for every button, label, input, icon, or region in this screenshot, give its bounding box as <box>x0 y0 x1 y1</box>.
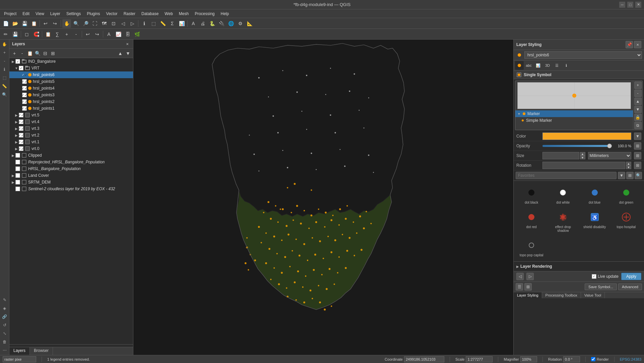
toolbox-node[interactable]: ◈ <box>1 304 9 312</box>
undo-button[interactable]: ↩ <box>41 19 50 28</box>
symbol-cell-dot-red[interactable]: dot red <box>516 208 546 235</box>
checkbox-land-cover[interactable] <box>15 173 20 178</box>
diagram-button[interactable]: 📈 <box>114 30 123 39</box>
symbol-grid-view-button[interactable]: ⊞ <box>524 283 532 291</box>
layer-item-vrt5[interactable]: ▶ ✓ vrt.5 <box>9 112 133 118</box>
symbol-cell-dot-black[interactable]: dot black <box>516 184 546 207</box>
pan-map-button[interactable]: ✋ <box>62 19 71 28</box>
layer-item-hrsl4[interactable]: ✓ hrsl_points4 <box>9 85 133 92</box>
labels-tab-button[interactable]: abc <box>524 61 533 70</box>
checkbox-vrt4[interactable]: ✓ <box>19 119 23 124</box>
remove-symbol-layer-button[interactable]: - <box>634 90 642 97</box>
tab-browser[interactable]: Browser <box>30 347 53 355</box>
menu-project[interactable]: Project <box>1 11 19 17</box>
checkbox-sentinel[interactable] <box>15 187 20 191</box>
zoom-layer-button[interactable]: 🗺 <box>100 19 109 28</box>
3d-tab-button[interactable]: 3D <box>543 61 552 70</box>
menu-web[interactable]: Web <box>162 11 175 17</box>
measure-button[interactable]: 📏 <box>158 19 167 28</box>
menu-vector[interactable]: Vector <box>104 11 120 17</box>
layer-item-vrt4[interactable]: ▶ ✓ vrt.4 <box>9 118 133 125</box>
zoom-full-button[interactable]: ⛶ <box>90 19 99 28</box>
toolbox-scale[interactable]: ⤡ <box>1 329 9 338</box>
symbol-zoom-button[interactable]: 🔍 <box>635 172 642 179</box>
symbology-tab-button[interactable] <box>515 61 524 70</box>
toolbox-delete[interactable]: 🗑 <box>1 338 9 346</box>
layer-item-vrt[interactable]: ▼ VRT <box>9 65 133 71</box>
expand-all-button[interactable]: ⊞ <box>49 50 57 57</box>
tab-layers[interactable]: Layers <box>9 347 30 355</box>
checkbox-hrsl3[interactable]: ✓ <box>22 93 27 97</box>
layer-item-sentinel[interactable]: Sentinel-2 cloudless layer for 2019 by E… <box>9 186 133 192</box>
symbol-cell-dot-green[interactable]: dot green <box>611 184 641 207</box>
symbol-cell-topo-pop-capital[interactable]: topo pop capital <box>516 236 546 259</box>
menu-mesh[interactable]: Mesh <box>176 11 191 17</box>
advanced-button[interactable]: Advanced <box>618 283 642 290</box>
attribute-table-button[interactable]: 📋 <box>44 30 52 39</box>
checkbox-reprojected[interactable] <box>15 160 20 164</box>
layer-item-vrt0[interactable]: ▶ ✓ vrt.0 <box>9 145 133 152</box>
size-data-defined-button[interactable]: ⊞ <box>634 152 641 159</box>
scale-input[interactable] <box>466 356 493 362</box>
render-checkbox[interactable] <box>591 357 595 361</box>
map-area[interactable] <box>133 40 513 355</box>
layer-rendering-header[interactable]: ▶ Layer Rendering <box>516 263 641 270</box>
checkbox-hrsl-bangalore[interactable] <box>15 166 20 171</box>
field-calc-button[interactable]: ∑ <box>53 30 62 39</box>
rotation-input[interactable] <box>563 356 580 362</box>
toolbox-digitize[interactable]: ✎ <box>1 296 9 304</box>
new-project-button[interactable]: 📄 <box>1 19 10 28</box>
layer-item-clipped[interactable]: ▶ Clipped <box>9 152 133 159</box>
toolbox-measure[interactable]: 📏 <box>1 82 9 90</box>
zoom-out-button[interactable]: 🔎 <box>81 19 90 28</box>
toolbox-pan[interactable]: ✋ <box>1 40 9 48</box>
remove-layer-button[interactable]: - <box>18 50 26 57</box>
diagrams-tab-button[interactable]: 📊 <box>534 61 542 70</box>
plugin-button[interactable]: 🔌 <box>217 19 226 28</box>
size-unit-select[interactable]: Millimeters <box>588 152 632 159</box>
move-up-button[interactable]: ▲ <box>117 50 124 57</box>
save-as-button[interactable]: 📋 <box>29 19 38 28</box>
redo-button[interactable]: ↪ <box>51 19 59 28</box>
menu-edit[interactable]: Edit <box>20 11 32 17</box>
lock-symbol-button[interactable]: 🔒 <box>634 114 642 121</box>
fields-tab-button[interactable]: ☰ <box>553 61 561 70</box>
print-button[interactable]: 🖨 <box>198 19 207 28</box>
add-layer-button[interactable]: + <box>11 50 18 57</box>
layer-item-hrsl-bangalore[interactable]: HRSL_Bangalore_Population <box>9 165 133 172</box>
menu-view[interactable]: View <box>33 11 47 17</box>
menu-database[interactable]: Database <box>139 11 161 17</box>
metadata-tab-button[interactable]: ℹ <box>562 61 571 70</box>
checkbox-vrt[interactable] <box>19 66 23 70</box>
symbol-cell-dot-white[interactable]: dot white <box>548 184 578 207</box>
apply-button[interactable]: Apply <box>621 273 641 280</box>
checkbox-vrt3[interactable]: ✓ <box>19 126 23 131</box>
del-field-button[interactable]: - <box>72 30 80 39</box>
layer-item-vrt3[interactable]: ▶ ✓ vrt.3 <box>9 125 133 132</box>
checkbox-vrt2[interactable]: ✓ <box>19 133 23 138</box>
tab-processing-toolbox[interactable]: Processing Toolbox <box>542 292 581 298</box>
zoom-next-button[interactable]: ▷ <box>128 19 137 28</box>
move-symbol-up-button[interactable]: ▲ <box>634 98 642 105</box>
size-input[interactable]: 2.00000 <box>542 152 579 159</box>
symbol-cell-shield-disability[interactable]: ♿ shield disability <box>580 208 610 235</box>
minimize-button[interactable]: ─ <box>619 2 625 8</box>
layer-item-vrt1[interactable]: ▶ ✓ vrt.1 <box>9 139 133 145</box>
toolbox-snap[interactable]: 🔗 <box>1 313 9 321</box>
menu-layer[interactable]: Layer <box>48 11 63 17</box>
size-down-button[interactable]: ▼ <box>580 156 585 159</box>
layer-item-reprojected[interactable]: Reprojected_HRSL_Bangalore_Population <box>9 159 133 165</box>
label-button[interactable]: A <box>189 19 198 28</box>
layer-item-ind-bangalore[interactable]: ▶ IND_Bangalore <box>9 58 133 65</box>
layers-close-button[interactable]: ✕ <box>124 41 130 47</box>
maximize-button[interactable]: □ <box>627 2 633 8</box>
opacity-data-defined-button[interactable]: ⊞ <box>634 142 641 150</box>
layers-hscroll[interactable] <box>9 344 133 347</box>
label2-button[interactable]: A <box>105 30 113 39</box>
edit-toggle-button[interactable]: ✏ <box>1 30 10 39</box>
python-button[interactable]: 🐍 <box>208 19 216 28</box>
color-arrow-button[interactable]: ▼ <box>634 133 641 140</box>
toolbox-zoom-out[interactable]: - <box>1 57 9 65</box>
checkbox-ind[interactable] <box>15 59 20 64</box>
tree-row-marker[interactable]: ▼ Marker <box>515 110 633 117</box>
